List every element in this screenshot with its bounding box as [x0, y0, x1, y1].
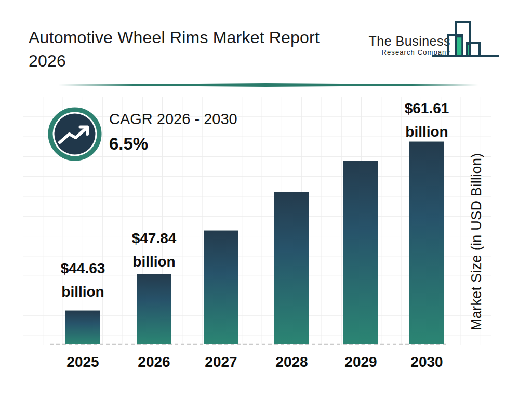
cagr-value: 6.5% [109, 134, 148, 154]
bar-2026 [137, 274, 171, 344]
bar-value-label-2026: $47.84billion [110, 227, 198, 273]
x-tick-2028: 2028 [258, 354, 326, 370]
report-page: Automotive Wheel Rims Market Report 2026… [0, 0, 532, 399]
cagr-period-label: CAGR 2026 - 2030 [109, 111, 237, 128]
bar-2028 [274, 192, 309, 344]
x-tick-2029: 2029 [327, 354, 395, 370]
trending-up-icon [48, 107, 102, 161]
y-axis-label: Market Size (in USD Billion) [466, 143, 487, 340]
bar-2025 [65, 310, 100, 344]
x-tick-2025: 2025 [49, 354, 117, 370]
x-tick-2027: 2027 [188, 354, 255, 370]
x-tick-2026: 2026 [121, 354, 188, 370]
bar-2027 [204, 230, 238, 344]
x-tick-2030: 2030 [393, 354, 461, 370]
bar-value-label-2030: $61.61billion [383, 97, 471, 143]
bar-2030 [409, 141, 444, 344]
bar-2029 [343, 161, 378, 344]
